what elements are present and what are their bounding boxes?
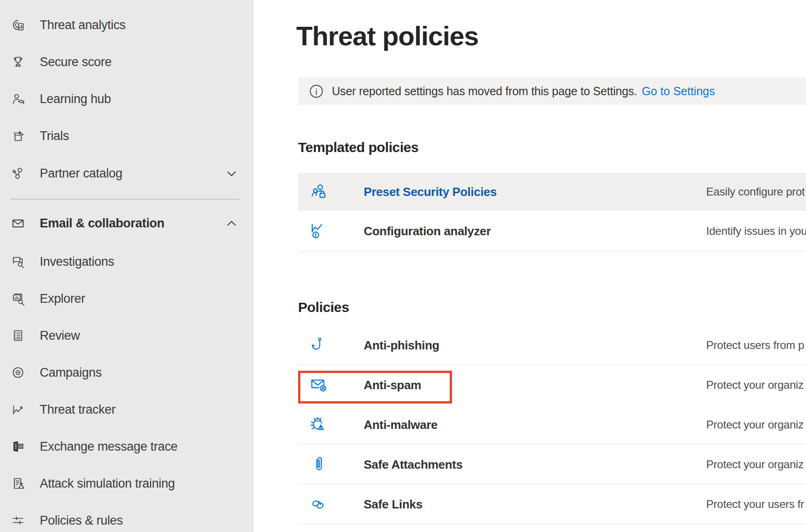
policy-description: Protect your organiz bbox=[706, 379, 806, 391]
row-configuration-analyzer[interactable]: Configuration analyzer Identify issues i… bbox=[298, 211, 806, 251]
email-icon bbox=[10, 215, 26, 231]
sidebar-item-attack-simulation-training[interactable]: Attack simulation training bbox=[0, 469, 254, 498]
exchange-icon bbox=[10, 439, 26, 454]
safe-links-icon bbox=[308, 494, 330, 515]
anti-spam-icon bbox=[308, 374, 330, 396]
go-to-settings-link[interactable]: Go to Settings bbox=[642, 85, 715, 98]
sidebar-item-campaigns[interactable]: Campaigns bbox=[0, 358, 254, 387]
anti-phishing-icon bbox=[308, 335, 330, 356]
policy-label[interactable]: Configuration analyzer bbox=[364, 224, 491, 238]
policy-label[interactable]: Anti-phishing bbox=[364, 338, 440, 352]
policy-description: Protect your organiz bbox=[706, 458, 806, 471]
sidebar-item-label: Secure score bbox=[40, 55, 111, 69]
learning-hub-icon bbox=[10, 91, 26, 107]
sidebar-item-threat-analytics[interactable]: Threat analytics bbox=[0, 10, 254, 40]
row-anti-phishing[interactable]: Anti-phishing Protect users from p bbox=[298, 325, 806, 365]
chevron-down-icon[interactable] bbox=[225, 166, 238, 180]
sidebar-item-exchange-message-trace[interactable]: Exchange message trace bbox=[0, 432, 254, 461]
policy-description: Easily configure prot bbox=[706, 185, 806, 198]
configuration-analyzer-icon bbox=[308, 220, 330, 242]
policies-rules-icon bbox=[10, 513, 26, 528]
page-title: Threat policies bbox=[296, 20, 478, 51]
investigations-icon bbox=[10, 254, 26, 269]
trials-icon bbox=[10, 128, 26, 144]
sidebar-item-label: Learning hub bbox=[40, 92, 111, 106]
sidebar-item-label: Explorer bbox=[40, 292, 85, 306]
policy-description: Protect your organiz bbox=[706, 418, 806, 431]
sidebar-item-partner-catalog[interactable]: Partner catalog bbox=[0, 159, 254, 188]
sidebar-item-trials[interactable]: Trials bbox=[0, 121, 254, 151]
sidebar-item-label: Partner catalog bbox=[40, 166, 122, 181]
sidebar-item-explorer[interactable]: Explorer bbox=[0, 284, 254, 313]
sidebar-item-policies-rules[interactable]: Policies & rules bbox=[0, 506, 254, 532]
sidebar-item-label: Threat analytics bbox=[40, 18, 126, 32]
review-icon bbox=[10, 328, 26, 343]
threat-tracker-icon bbox=[10, 402, 26, 417]
preset-security-policies-icon bbox=[308, 181, 330, 202]
campaigns-icon bbox=[10, 365, 26, 380]
sidebar-item-label: Trials bbox=[40, 129, 69, 143]
row-safe-links[interactable]: Safe Links Protect your users fr bbox=[298, 484, 806, 524]
sidebar-item-label: Policies & rules bbox=[40, 514, 123, 528]
section-heading-templated-policies: Templated policies bbox=[298, 140, 419, 155]
banner-message: User reported settings has moved from th… bbox=[332, 85, 637, 98]
section-heading-policies: Policies bbox=[298, 300, 349, 315]
sidebar-item-threat-tracker[interactable]: Threat tracker bbox=[0, 395, 254, 424]
row-safe-attachments[interactable]: Safe Attachments Protect your organiz bbox=[298, 445, 806, 484]
policy-label[interactable]: Safe Links bbox=[364, 497, 422, 511]
sidebar-item-label: Campaigns bbox=[40, 366, 102, 380]
sidebar-item-label: Email & collaboration bbox=[40, 216, 165, 231]
sidebar-item-email-collaboration[interactable]: Email & collaboration bbox=[0, 208, 254, 238]
chevron-up-icon[interactable] bbox=[225, 216, 238, 230]
info-banner: User reported settings has moved from th… bbox=[298, 77, 806, 105]
policy-label[interactable]: Safe Attachments bbox=[364, 457, 463, 471]
policy-label[interactable]: Anti-malware bbox=[364, 417, 438, 432]
sidebar-item-secure-score[interactable]: Secure score bbox=[0, 47, 254, 77]
sidebar-item-learning-hub[interactable]: Learning hub bbox=[0, 84, 254, 114]
row-anti-malware[interactable]: Anti-malware Protect your organiz bbox=[298, 405, 806, 445]
partner-catalog-icon bbox=[10, 165, 26, 181]
sidebar-item-label: Investigations bbox=[40, 255, 114, 269]
sidebar-item-label: Review bbox=[40, 329, 80, 343]
threat-analytics-icon bbox=[10, 17, 26, 33]
sidebar-item-investigations[interactable]: Investigations bbox=[0, 247, 254, 276]
sidebar-divider bbox=[10, 199, 239, 200]
row-preset-security-policies[interactable]: Preset Security Policies Easily configur… bbox=[298, 173, 806, 211]
policy-label[interactable]: Preset Security Policies bbox=[364, 185, 497, 199]
info-icon bbox=[309, 84, 324, 98]
threat-policies-page: Threat analytics Secure score Learning h… bbox=[0, 0, 806, 532]
sidebar-item-review[interactable]: Review bbox=[0, 321, 254, 350]
attack-simulation-icon bbox=[10, 476, 26, 491]
sidebar-item-label: Exchange message trace bbox=[40, 440, 177, 454]
policy-description: Identify issues in you bbox=[706, 225, 806, 238]
sidebar: Threat analytics Secure score Learning h… bbox=[0, 0, 254, 532]
policy-label[interactable]: Anti-spam bbox=[364, 378, 421, 392]
explorer-icon bbox=[10, 291, 26, 306]
policy-description: Protect your users fr bbox=[706, 498, 806, 511]
sidebar-item-label: Threat tracker bbox=[40, 403, 116, 417]
secure-score-icon bbox=[10, 54, 26, 70]
safe-attachments-icon bbox=[308, 454, 330, 475]
row-anti-spam[interactable]: Anti-spam Protect your organiz bbox=[298, 365, 806, 405]
sidebar-item-label: Attack simulation training bbox=[40, 477, 175, 491]
anti-malware-icon bbox=[308, 414, 330, 435]
policy-description: Protect users from p bbox=[706, 339, 806, 352]
